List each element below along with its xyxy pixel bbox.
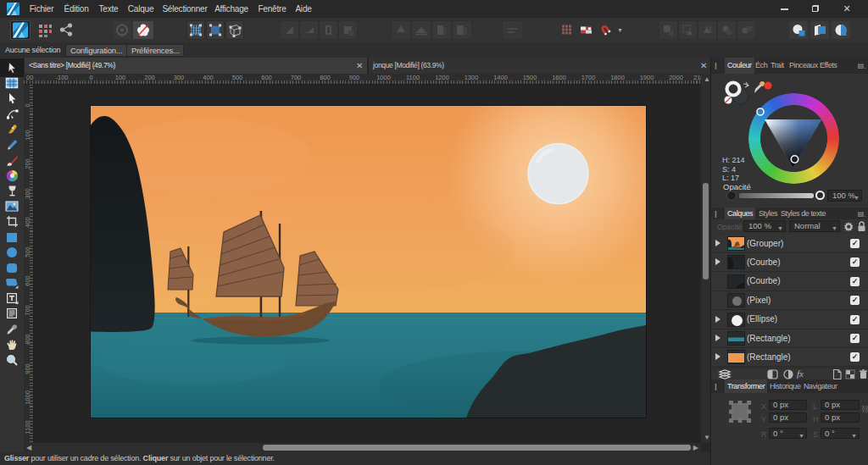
svg-text:H: 214: H: 214: [722, 156, 745, 164]
svg-text:Opacité: Opacité: [723, 182, 751, 191]
svg-text:S: 4: S: 4: [722, 165, 736, 174]
svg-text:L: 17: L: 17: [722, 174, 739, 182]
